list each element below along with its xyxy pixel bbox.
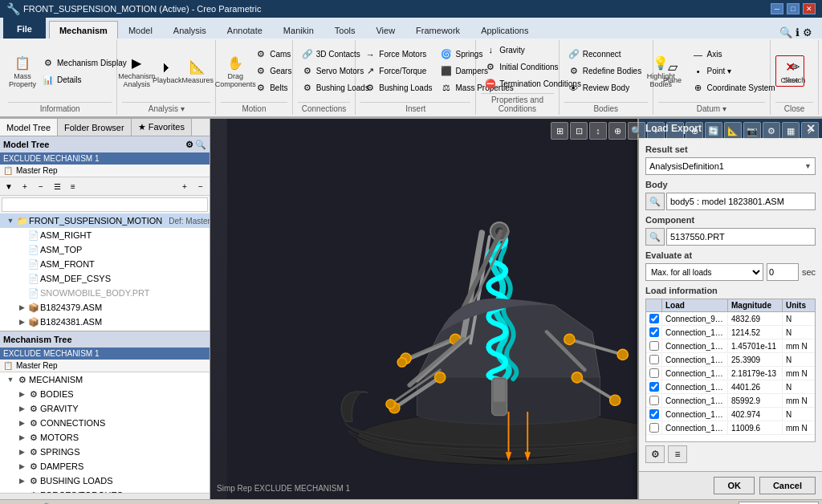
viewport[interactable]: ⊞ ⊡ ↕ ⊕ 🔍 + − ⊕ 🔄 📐 📷 ⚙ ▦ ↗ xyxy=(210,119,822,499)
playback-button[interactable]: ⏵ Playback xyxy=(153,55,181,87)
force-motors-button[interactable]: → Force Motors xyxy=(360,47,435,63)
vp-btn-2[interactable]: ⊡ xyxy=(570,122,588,140)
close-ribbon-button[interactable]: ✕ Close xyxy=(775,55,804,87)
result-set-input[interactable]: AnalysisDefinition1 ▼ xyxy=(645,157,816,175)
bushing-loads2-button[interactable]: ⚙ Bushing Loads xyxy=(360,80,435,96)
model-tree-item[interactable]: ▶📦B1824379.ASM xyxy=(0,300,210,315)
tree-search-icon[interactable]: 🔍 xyxy=(195,140,206,150)
mechanism-tree-item[interactable]: ▶⚙BUSHING LOADS xyxy=(0,474,210,488)
cams-button[interactable]: ⚙ Cams xyxy=(251,47,295,63)
tab-framework[interactable]: Framework xyxy=(405,21,470,39)
settings-icon[interactable]: ⚙ xyxy=(803,26,812,39)
vp-btn-6[interactable]: + xyxy=(647,122,665,140)
tree-settings-icon[interactable]: ⚙ xyxy=(185,140,193,150)
plane-button[interactable]: ▱ Plane xyxy=(658,55,687,87)
vp-btn-11[interactable]: 📷 xyxy=(743,122,761,140)
tab-model-tree[interactable]: Model Tree xyxy=(0,119,58,136)
tab-file[interactable]: File xyxy=(3,18,46,39)
point-button[interactable]: • Point ▾ xyxy=(689,63,779,79)
vp-btn-12[interactable]: ⚙ xyxy=(763,122,780,140)
vp-btn-8[interactable]: ⊕ xyxy=(686,122,703,140)
load-tool-btn-2[interactable]: ≡ xyxy=(668,445,687,463)
details-button[interactable]: 📊 Details xyxy=(39,71,130,87)
drag-components-button[interactable]: ✋ DragComponents xyxy=(221,51,250,91)
force-torque-button[interactable]: ↗ Force/Torque xyxy=(360,63,435,79)
axis-button[interactable]: — Axis xyxy=(689,47,779,63)
model-tree-item[interactable]: 📄ASM_RIGHT xyxy=(0,228,210,242)
tree-minus-button[interactable]: − xyxy=(193,179,208,193)
vp-btn-7[interactable]: − xyxy=(666,122,684,140)
mechanism-tree-item[interactable]: ▶⚙BODIES xyxy=(0,387,210,401)
close-window-button[interactable]: ✕ xyxy=(803,3,816,14)
tree-expand-button[interactable]: + xyxy=(18,179,32,193)
vp-btn-4[interactable]: ⊕ xyxy=(608,122,626,140)
measures-button[interactable]: 📐 Measures xyxy=(183,55,212,87)
info-icon[interactable]: ℹ xyxy=(796,26,800,39)
load-row-checkbox[interactable] xyxy=(649,396,659,405)
load-row-checkbox[interactable] xyxy=(649,341,659,351)
reconnect-button[interactable]: 🔗 Reconnect xyxy=(564,47,645,63)
vp-btn-10[interactable]: 📐 xyxy=(724,122,742,140)
model-tree-item[interactable]: ▼📁FRONT_SUSPENSION_MOTIONDef: Master Rep xyxy=(0,213,210,228)
model-tree-item[interactable]: ▶📦B1824381.ASM xyxy=(0,315,210,329)
tab-analysis[interactable]: Analysis xyxy=(163,21,217,39)
tree-filter-button[interactable]: ▼ xyxy=(2,179,16,193)
vp-btn-14[interactable]: ↗ xyxy=(801,122,819,140)
mechanism-tree-item[interactable]: ▶⚙DAMPERS xyxy=(0,459,210,474)
tree-more-button[interactable]: ≡ xyxy=(66,179,80,193)
mechanism-select[interactable]: Mechanism xyxy=(739,502,819,505)
tree-add-button[interactable]: + xyxy=(177,179,192,193)
model-tree-item[interactable]: 📄ASM_DEF_CSYS xyxy=(0,271,210,286)
tab-applications[interactable]: Applications xyxy=(470,21,539,39)
tab-manikin[interactable]: Manikin xyxy=(273,21,324,39)
vp-btn-3[interactable]: ↕ xyxy=(589,122,607,140)
load-row-checkbox[interactable] xyxy=(649,423,659,433)
tab-model[interactable]: Model xyxy=(118,21,163,39)
mechanism-tree-item[interactable]: ▶⚙GRAVITY xyxy=(0,401,210,416)
tree-columns-button[interactable]: ☰ xyxy=(50,179,64,193)
model-tree-item[interactable]: 📄ASM_FRONT xyxy=(0,257,210,271)
tab-view[interactable]: View xyxy=(365,21,405,39)
review-body-button[interactable]: 👁 Review Body xyxy=(564,80,645,96)
load-row-checkbox[interactable] xyxy=(649,382,659,392)
vp-btn-5[interactable]: 🔍 xyxy=(628,122,645,140)
load-row-checkbox[interactable] xyxy=(649,327,659,337)
load-row-checkbox[interactable] xyxy=(649,409,659,419)
maximize-button[interactable]: □ xyxy=(787,3,800,14)
vp-btn-13[interactable]: ▦ xyxy=(782,122,800,140)
load-tool-btn-1[interactable]: ⚙ xyxy=(645,445,665,463)
minimize-button[interactable]: ─ xyxy=(771,3,783,14)
mass-property-button[interactable]: 📋 Mass Property xyxy=(8,51,37,91)
tab-folder-browser[interactable]: Folder Browser xyxy=(58,119,132,136)
mechanism-display-button[interactable]: ⚙ Mechanism Display xyxy=(39,55,130,71)
ok-button[interactable]: OK xyxy=(714,477,755,494)
body-pick-button[interactable]: 🔍 xyxy=(645,193,665,210)
mechanism-tree-item[interactable]: ▶⚙CONNECTIONS xyxy=(0,416,210,430)
belts-button[interactable]: ⚙ Belts xyxy=(251,80,295,96)
mechanism-tree-item[interactable]: ▶⚙MOTORS xyxy=(0,430,210,445)
evaluate-at-value-input[interactable] xyxy=(767,263,799,281)
tree-filter-input[interactable] xyxy=(2,197,208,212)
mechanism-tree-item[interactable]: ▼⚙MECHANISM xyxy=(0,372,210,387)
tree-collapse-button[interactable]: − xyxy=(34,179,48,193)
component-pick-button[interactable]: 🔍 xyxy=(645,228,665,246)
mechanism-tree-scrollbar[interactable] xyxy=(0,493,210,499)
load-row-checkbox[interactable] xyxy=(649,368,659,378)
redefine-bodies-button[interactable]: ⚙ Redefine Bodies xyxy=(564,63,645,79)
mechanism-analysis-button[interactable]: ▶ MechanismAnalysis xyxy=(122,51,151,91)
model-tree-item[interactable]: 📄SNOWMOBILE_BODY.PRT xyxy=(0,286,210,300)
tab-tools[interactable]: Tools xyxy=(324,21,366,39)
evaluate-at-select[interactable]: Max. for all loads Min. for all loads Cu… xyxy=(645,263,763,281)
tab-favorites[interactable]: ★ Favorites xyxy=(132,119,192,136)
vp-btn-1[interactable]: ⊞ xyxy=(551,122,568,140)
vp-btn-9[interactable]: 🔄 xyxy=(705,122,722,140)
model-tree-item[interactable]: 📄ASM_TOP xyxy=(0,242,210,257)
gears-button[interactable]: ⚙ Gears xyxy=(251,63,295,79)
tab-annotate[interactable]: Annotate xyxy=(217,21,273,39)
cancel-button[interactable]: Cancel xyxy=(759,477,816,494)
tab-mechanism[interactable]: Mechanism xyxy=(49,21,118,39)
search-icon[interactable]: 🔍 xyxy=(779,26,792,39)
load-row-checkbox[interactable] xyxy=(649,314,659,323)
load-row-checkbox[interactable] xyxy=(649,355,659,364)
mechanism-tree-item[interactable]: ▶⚙SPRINGS xyxy=(0,445,210,459)
